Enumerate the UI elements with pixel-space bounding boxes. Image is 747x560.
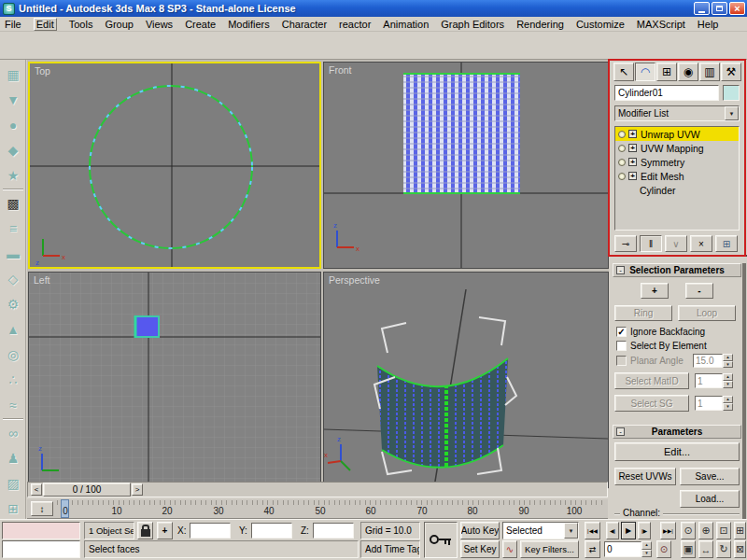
knot-icon[interactable]: ∞ (2, 422, 24, 444)
object-color-swatch[interactable] (723, 85, 740, 101)
coord-x-field[interactable] (190, 523, 231, 539)
menu-group[interactable]: Group (105, 19, 134, 30)
add-time-tag[interactable]: Add Time Tag (360, 540, 420, 558)
sponge-icon[interactable]: ▨ (2, 472, 24, 495)
sg-spinner[interactable]: 1 ▴▾ (695, 396, 733, 411)
shirt-icon[interactable]: ▼ (2, 89, 24, 111)
waves-icon[interactable]: ≈ (2, 394, 24, 416)
select-by-element-checkbox[interactable]: Select By Element (616, 341, 707, 351)
region-zoom-button[interactable]: ▣ (681, 540, 696, 558)
spin-down-icon[interactable]: ▾ (723, 361, 733, 369)
menu-modifiers[interactable]: Modifiers (228, 19, 270, 30)
expand-plus-icon[interactable]: + (628, 144, 637, 152)
next-frame-button[interactable]: |▶ (638, 522, 651, 539)
maxscript-listener-script-line[interactable] (2, 540, 80, 558)
chevron-down-icon[interactable]: ▼ (564, 523, 578, 539)
spintop-icon[interactable]: ◆ (2, 139, 24, 161)
select-matid-button[interactable]: Select MatID (614, 372, 689, 389)
viewport-front-canvas[interactable]: z x (324, 63, 608, 268)
time-configuration-button[interactable]: ⊙ (656, 540, 671, 558)
menu-create[interactable]: Create (185, 19, 216, 30)
stack-item-edit-mesh[interactable]: + Edit Mesh (615, 169, 739, 183)
save-uvws-button[interactable]: Save... (680, 468, 740, 485)
tab-display[interactable]: ▥ (699, 63, 720, 81)
go-to-start-button[interactable]: |◀◀ (585, 522, 600, 539)
go-to-end-button[interactable]: ▶▶| (660, 522, 676, 539)
tab-motion[interactable]: ◉ (678, 63, 698, 81)
play-button[interactable]: ▶ (621, 522, 636, 539)
tab-modify[interactable]: ◠ (635, 63, 655, 81)
menu-maxscript[interactable]: MAXScript (637, 19, 685, 30)
viewport-perspective-label[interactable]: Perspective (329, 274, 380, 286)
menu-animation[interactable]: Animation (383, 19, 429, 30)
viewport-left[interactable]: Left z (28, 272, 321, 488)
time-slider-prev-button[interactable]: < (31, 483, 42, 496)
auto-key-button[interactable]: Auto Key (460, 522, 500, 539)
planar-angle-spinner[interactable]: 15.0 ▴▾ (693, 354, 733, 368)
checkbox-box[interactable]: ✓ (616, 327, 627, 337)
star-icon[interactable]: ★ (2, 164, 24, 187)
stack-item-cylinder[interactable]: Cylinder (615, 183, 739, 197)
selection-lock-button[interactable] (137, 522, 153, 539)
chevron-down-icon[interactable]: ▼ (725, 106, 739, 120)
edit-uvw-button[interactable]: Edit... (614, 442, 740, 461)
lightbulb-icon[interactable] (618, 145, 626, 152)
time-slider-handle[interactable]: 0 / 100 (43, 483, 131, 497)
loop-button[interactable]: Loop (678, 305, 736, 321)
coord-z-field[interactable] (313, 523, 354, 539)
default-tangent-button[interactable]: ∿ (502, 540, 517, 558)
menu-file[interactable]: File (5, 19, 21, 30)
select-sg-button[interactable]: Select SG (614, 395, 689, 412)
ring-button[interactable]: Ring (614, 305, 672, 321)
vane-icon[interactable]: ▲ (2, 318, 24, 341)
cubes-icon[interactable]: ▦ (2, 63, 24, 86)
lightbulb-icon[interactable] (618, 173, 626, 180)
set-key-button[interactable]: Set Key (460, 540, 500, 558)
menu-character[interactable]: Character (282, 19, 327, 30)
viewport-perspective[interactable]: Perspective (323, 272, 609, 488)
expand-plus-icon[interactable]: + (628, 158, 637, 166)
spring-icon[interactable]: ≡ (2, 217, 24, 240)
show-end-result-button[interactable]: ‖ (640, 235, 662, 252)
arc-rotate-button[interactable]: ↻ (716, 540, 731, 558)
key-filters-button[interactable]: Key Filters... (520, 540, 579, 558)
remove-modifier-button[interactable]: × (690, 235, 712, 252)
lightbulb-icon[interactable] (618, 159, 626, 166)
menu-edit[interactable]: Edit (34, 18, 57, 31)
expand-plus-icon[interactable]: + (628, 130, 637, 138)
current-frame-spinner[interactable]: 0 ▴▾ (604, 541, 652, 557)
track-bar-ruler[interactable]: 0 10 20 30 40 50 60 70 80 90 100 (57, 499, 606, 519)
zoom-button[interactable]: ⊙ (681, 522, 696, 539)
tab-utilities[interactable]: ⚒ (721, 63, 741, 81)
menu-rendering[interactable]: Rendering (516, 19, 564, 30)
menu-help[interactable]: Help (698, 19, 719, 30)
tab-create[interactable]: ↖ (613, 63, 634, 81)
title-bar[interactable]: S Untitled - Autodesk 3ds Max 8 SP3 - St… (0, 0, 747, 17)
matid-spinner[interactable]: 1 ▴▾ (695, 373, 733, 388)
checker-icon[interactable]: ▩ (2, 192, 24, 215)
viewport-left-canvas[interactable]: z (29, 273, 320, 487)
load-uvws-button[interactable]: Load... (680, 490, 740, 508)
spin-up-icon[interactable]: ▴ (641, 541, 652, 550)
reset-uvws-button[interactable]: Reset UVWs (614, 468, 676, 485)
modifier-list-dropdown[interactable]: Modifier List ▼ (614, 105, 740, 121)
track-bar[interactable]: ↕ 0 10 20 30 40 50 60 70 80 90 100 (27, 499, 608, 519)
checkbox-box[interactable] (616, 341, 627, 351)
time-slider-track[interactable]: < 0 / 100 > (27, 482, 608, 497)
crowd-icon[interactable]: ∴ (2, 369, 24, 391)
grow-selection-button[interactable]: + (641, 283, 669, 299)
menu-reactor[interactable]: reactor (339, 19, 371, 30)
spin-up-icon[interactable]: ▴ (723, 354, 733, 361)
stack-item-unwrap-uvw[interactable]: + Unwrap UVW (615, 127, 739, 141)
panel-scrollbar[interactable] (742, 263, 746, 519)
time-slider-next-button[interactable]: > (132, 483, 143, 496)
linked-boxes-icon[interactable]: ⊞ (2, 497, 24, 520)
zoom-extents-button[interactable]: ⊡ (716, 522, 731, 539)
collapse-minus-icon[interactable]: - (616, 266, 625, 274)
stack-item-uvw-mapping[interactable]: + UVW Mapping (615, 141, 739, 155)
absolute-offset-mode-button[interactable]: + (157, 522, 173, 539)
key-mode-toggle-button[interactable]: ⇄ (585, 540, 600, 558)
biped-icon[interactable]: ♟ (2, 447, 24, 469)
spin-down-icon[interactable]: ▾ (723, 403, 733, 411)
close-button[interactable]: × (729, 2, 745, 15)
